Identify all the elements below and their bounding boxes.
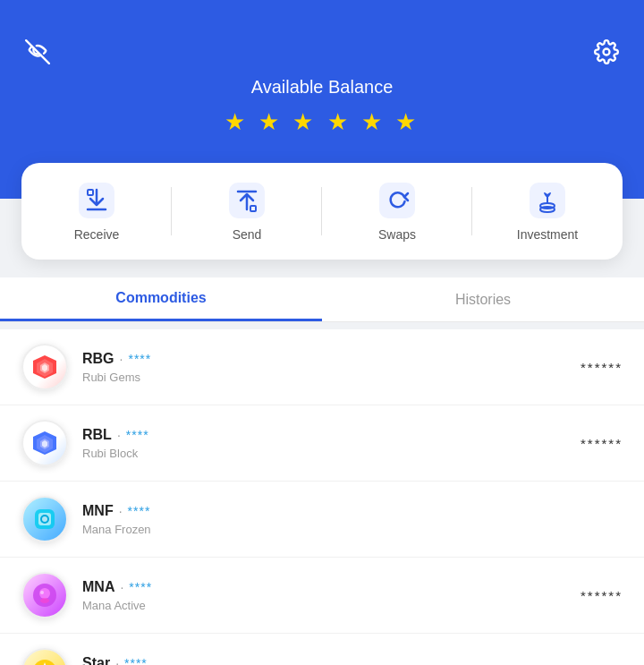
list-item[interactable]: MNA · **** Mana Active ****** [0, 558, 644, 634]
coin-info-mnf: MNF · **** Mana Frozen [82, 503, 623, 536]
commodity-list: RBG · **** Rubi Gems ****** RBL · **** R… [0, 329, 644, 665]
action-card: Receive Send Swaps [21, 163, 623, 260]
coin-stars: **** [126, 428, 149, 442]
svg-rect-6 [379, 183, 415, 218]
coin-ticker: RBL [82, 427, 112, 443]
header-title: Available Balance [251, 77, 394, 98]
receive-button[interactable]: Receive [21, 181, 172, 242]
svg-point-21 [42, 516, 47, 522]
coin-info-rbl: RBL · **** Rubi Block [82, 427, 580, 460]
send-button[interactable]: Send [172, 181, 322, 242]
hide-balance-button[interactable] [21, 36, 54, 68]
coin-stars: **** [128, 504, 151, 518]
coin-stars: **** [124, 656, 148, 666]
coin-stars: **** [128, 352, 151, 366]
coin-ticker: Star [82, 655, 110, 666]
receive-label: Receive [74, 227, 120, 242]
swaps-label: Swaps [378, 227, 416, 242]
coin-fullname: Mana Active [82, 599, 580, 612]
coin-balance: ****** [580, 436, 623, 451]
coin-icon-mnf [21, 496, 68, 542]
coin-info-rbg: RBG · **** Rubi Gems [82, 351, 580, 384]
list-item[interactable]: RBL · **** Rubi Block ****** [0, 405, 644, 482]
list-item[interactable]: RBG · **** Rubi Gems ****** [0, 329, 644, 405]
svg-point-1 [604, 49, 610, 55]
settings-button[interactable] [590, 36, 623, 68]
balance-display: ★ ★ ★ ★ ★ ★ [225, 108, 419, 136]
coin-info-star: Star · **** Star Interactive Point [82, 655, 623, 666]
coin-ticker: MNA [82, 579, 114, 595]
coin-fullname: Mana Frozen [82, 523, 623, 536]
send-icon [227, 181, 267, 220]
coin-ticker: MNF [82, 503, 114, 519]
coin-stars: **** [129, 580, 152, 594]
swaps-icon [377, 181, 417, 220]
receive-icon [77, 181, 116, 220]
tab-histories[interactable]: Histories [322, 277, 644, 321]
swaps-button[interactable]: Swaps [322, 181, 472, 242]
coin-fullname: Rubi Block [82, 447, 580, 460]
svg-point-25 [40, 591, 44, 594]
coin-icon-star [21, 648, 68, 665]
coin-icon-rbg [21, 344, 68, 390]
coin-icon-mna [21, 572, 68, 618]
header-icons [21, 36, 623, 68]
investment-label: Investment [517, 227, 578, 242]
tab-commodities[interactable]: Commodities [0, 277, 322, 321]
tabs: Commodities Histories [0, 277, 644, 322]
coin-fullname: Rubi Gems [82, 371, 580, 384]
investment-button[interactable]: Investment [472, 181, 623, 242]
coin-info-mna: MNA · **** Mana Active [82, 579, 580, 612]
svg-point-24 [40, 598, 49, 603]
coin-ticker: RBG [82, 351, 114, 367]
list-item[interactable]: MNF · **** Mana Frozen [0, 482, 644, 558]
investment-icon [528, 181, 567, 220]
coin-balance: ****** [580, 360, 623, 375]
coin-balance: ****** [580, 588, 623, 603]
send-label: Send [233, 227, 262, 242]
list-item[interactable]: Star · **** Star Interactive Point [0, 634, 644, 665]
coin-icon-rbl [21, 420, 68, 466]
